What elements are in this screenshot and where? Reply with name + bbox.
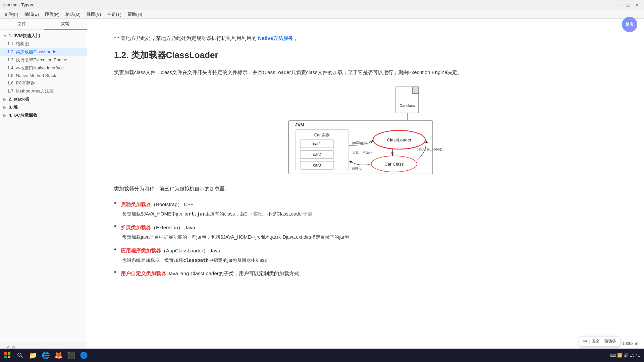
list-item-1-title: 启动类加载器（Bootstrap） C++ bbox=[121, 200, 617, 209]
list-item-2-title: 扩展类加载器（Extension） Java bbox=[121, 223, 617, 232]
list-item-1: 启动类加载器（Bootstrap） C++ 负责加载$JAVA_HOME中jre… bbox=[114, 200, 617, 218]
title-bar: jvm.md - Typora ─ □ ✕ bbox=[0, 0, 644, 10]
taskbar-tray: ⌨ 📶 🔊 15:41 bbox=[610, 353, 643, 358]
svg-text:ClassLoader: ClassLoader bbox=[387, 137, 412, 142]
title-bar-controls: ─ □ ✕ bbox=[615, 2, 641, 8]
outline-item-1[interactable]: ▼ 1. JVM快速入门 bbox=[0, 32, 87, 40]
svg-text:getClass(): getClass() bbox=[352, 141, 368, 144]
editor-area[interactable]: * * 某地方乃此处，某地方乃此处为定规对该执行机制利用利用的 Native方法… bbox=[87, 19, 644, 352]
toggle-icon-3: ▶ bbox=[3, 105, 7, 110]
word-count: 10068 词 bbox=[622, 341, 639, 347]
menu-theme[interactable]: 主题(T) bbox=[104, 11, 124, 18]
tray-volume: 🔊 bbox=[624, 353, 629, 358]
menu-edit[interactable]: 编辑(E) bbox=[22, 11, 42, 18]
taskbar-start[interactable] bbox=[1, 349, 13, 361]
taskbar-explorer[interactable]: 📁 bbox=[27, 349, 39, 361]
preceding-text: * * 某地方乃此处，某地方乃此处为定规对该执行机制利用利用的 Native方法… bbox=[114, 32, 617, 43]
list-intro: 类加载器分为四种：前三种为虚拟机自带的加载器。 bbox=[114, 184, 617, 193]
outline-item-1-7[interactable]: 1.7. Method Area方法区 bbox=[0, 87, 87, 95]
input-widget-label1: 中 bbox=[583, 339, 587, 344]
svg-text:car3: car3 bbox=[313, 163, 321, 168]
list-item-2: 扩展类加载器（Extension） Java 负责加载java平台中扩展功能的一… bbox=[114, 223, 617, 241]
list-item-3-desc: 也叫系统类加载器，负责加载classpath中指定的jar包及目录中class bbox=[121, 256, 617, 264]
diagram-container: Car.class JVM Car 实例 car1 car2 car3 bbox=[114, 83, 617, 177]
widget-divider2 bbox=[602, 339, 602, 344]
taskbar-terminal[interactable]: ⬛ bbox=[65, 349, 77, 361]
svg-rect-25 bbox=[4, 356, 7, 358]
tray-network: 📶 bbox=[617, 353, 622, 358]
sidebar-content: ▼ 1. JVM快速入门 1.1. 结构图 1.2. 类加载器ClassLoad… bbox=[0, 30, 87, 342]
input-widget-label2: 圆全 bbox=[592, 339, 600, 344]
outline-item-4[interactable]: ▶ 4. GC垃圾回收 bbox=[0, 111, 87, 119]
window-title: jvm.md - Typora bbox=[3, 2, 35, 7]
outline-item-3[interactable]: ▶ 3. 堆 bbox=[0, 103, 87, 111]
svg-text:实例化: 实例化 bbox=[352, 166, 362, 170]
classloader-diagram: Car.class JVM Car 实例 car1 car2 car3 bbox=[278, 83, 453, 177]
outline-item-1-5[interactable]: 1.5. Native Method Stack bbox=[0, 72, 87, 79]
tab-outline[interactable]: 大纲 bbox=[44, 19, 87, 29]
taskbar-vscode[interactable]: 🔵 bbox=[78, 349, 90, 361]
taskbar-browser1[interactable]: 🌐 bbox=[40, 349, 52, 361]
outline-item-1-1[interactable]: 1.1. 结构图 bbox=[0, 40, 87, 48]
outline-item-1-6[interactable]: 1.6. PC寄存器 bbox=[0, 79, 87, 87]
svg-text:getClassLoader(): getClassLoader() bbox=[417, 147, 442, 151]
svg-text:car1: car1 bbox=[313, 141, 321, 146]
sidebar-tabs: 文件 大纲 bbox=[0, 19, 87, 30]
app-body: 文件 大纲 ▼ 1. JVM快速入门 1.1. 结构图 1.2. 类加载器Cla… bbox=[0, 19, 644, 352]
menu-format[interactable]: 格式(O) bbox=[63, 11, 83, 18]
svg-rect-24 bbox=[8, 352, 10, 355]
menu-view[interactable]: 视图(V) bbox=[84, 11, 104, 18]
maximize-button[interactable]: □ bbox=[625, 2, 631, 8]
tray-keyboard: ⌨ bbox=[610, 353, 616, 358]
svg-text:JVM: JVM bbox=[295, 122, 304, 127]
menu-help[interactable]: 帮助(H) bbox=[125, 11, 145, 18]
car-class-file: Car.class bbox=[396, 87, 419, 113]
svg-rect-26 bbox=[8, 356, 10, 358]
menu-paragraph[interactable]: 段落(P) bbox=[42, 11, 62, 18]
list-item-3: 应用程序类加载器（AppClassLoader） Java 也叫系统类加载器，负… bbox=[114, 246, 617, 264]
minimize-button[interactable]: ─ bbox=[615, 2, 622, 8]
input-widget[interactable]: 中 圆全 嗨嗨谷 bbox=[579, 336, 621, 347]
svg-line-28 bbox=[21, 356, 22, 358]
section-heading: 1.2. 类加载器ClassLoader bbox=[114, 49, 617, 61]
svg-text:Car Class: Car Class bbox=[384, 162, 404, 167]
svg-text:car2: car2 bbox=[313, 152, 321, 157]
tab-files[interactable]: 文件 bbox=[0, 19, 44, 29]
input-widget-label3: 嗨嗨谷 bbox=[604, 339, 616, 344]
menu-bar: 文件(F) 编辑(E) 段落(P) 格式(O) 视图(V) 主题(T) 帮助(H… bbox=[0, 10, 644, 19]
toggle-icon-4: ▶ bbox=[3, 113, 7, 118]
title-bar-left: jvm.md - Typora bbox=[3, 2, 35, 7]
outline-item-1-3[interactable]: 1.3. 执行引擎Execution Engine bbox=[0, 56, 87, 64]
svg-rect-23 bbox=[4, 352, 7, 355]
taskbar-browser2[interactable]: 🦊 bbox=[52, 349, 64, 361]
floating-avatar[interactable]: 博客 bbox=[622, 17, 637, 32]
toggle-icon-2: ▶ bbox=[3, 97, 7, 102]
close-button[interactable]: ✕ bbox=[634, 2, 641, 8]
svg-text:Car 实例: Car 实例 bbox=[314, 133, 330, 137]
taskbar: 📁 🌐 🦊 ⬛ 🔵 ⌨ 📶 🔊 15:41 bbox=[0, 349, 644, 362]
native-link[interactable]: Native方法服务 bbox=[258, 35, 293, 41]
sidebar: 文件 大纲 ▼ 1. JVM快速入门 1.1. 结构图 1.2. 类加载器Cla… bbox=[0, 19, 87, 352]
taskbar-search[interactable] bbox=[14, 349, 26, 361]
list-item-1-desc: 负责加载$JAVA_HOME中jre/lib/rt.jar里所有的class，由… bbox=[121, 210, 617, 218]
taskbar-time: 15:41 bbox=[630, 353, 640, 358]
list-item-4-title: 用户自定义类加载器 Java.lang.ClassLoader的子类，用户可以定… bbox=[121, 269, 617, 278]
outline-item-1-2[interactable]: 1.2. 类加载器ClassLoader bbox=[0, 48, 87, 56]
list-item-3-title: 应用程序类加载器（AppClassLoader） Java bbox=[121, 246, 617, 255]
menu-file[interactable]: 文件(F) bbox=[1, 11, 21, 18]
outline-item-1-4[interactable]: 1.4. 本地接口Native Interface bbox=[0, 64, 87, 72]
svg-text:加载并初始化: 加载并初始化 bbox=[352, 151, 372, 155]
svg-text:Car.class: Car.class bbox=[399, 104, 415, 108]
outline-item-2[interactable]: ▶ 2. stack栈 bbox=[0, 95, 87, 103]
list-section: 启动类加载器（Bootstrap） C++ 负责加载$JAVA_HOME中jre… bbox=[114, 200, 617, 278]
svg-point-27 bbox=[18, 353, 21, 356]
toggle-icon-1: ▼ bbox=[3, 34, 7, 38]
section-description: 负责加载class文件，class文件在文件开头有特定的文件标示，并且Class… bbox=[114, 68, 617, 77]
list-item-4: 用户自定义类加载器 Java.lang.ClassLoader的子类，用户可以定… bbox=[114, 269, 617, 278]
list-item-2-desc: 负责加载java平台中扩展功能的一些jar包，包括$JAVA_HOME中jre/… bbox=[121, 233, 617, 241]
widget-divider bbox=[589, 339, 590, 344]
